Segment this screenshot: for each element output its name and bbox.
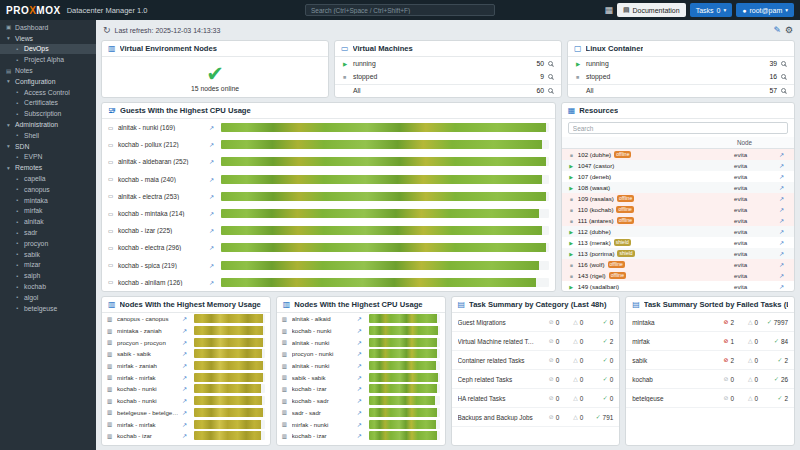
sidebar-item[interactable]: ▾ SDN	[0, 141, 96, 152]
magnifier-icon[interactable]	[548, 74, 553, 79]
sidebar-item[interactable]: ▪ mirfak	[0, 206, 96, 217]
open-node-icon[interactable]: ↗	[182, 339, 191, 346]
error-count[interactable]: ⊘0	[535, 395, 559, 402]
open-node-icon[interactable]: ↗	[357, 432, 366, 439]
error-count[interactable]: ⊘0	[710, 376, 734, 383]
sidebar-item[interactable]: ▪ alnitak	[0, 216, 96, 227]
sidebar-item[interactable]: ▪ sadr	[0, 227, 96, 238]
open-node-icon[interactable]: ↗	[357, 315, 366, 322]
sidebar-item[interactable]: ▪ Certificates	[0, 98, 96, 109]
open-node-icon[interactable]: ↗	[357, 350, 366, 357]
open-guest-icon[interactable]: ↗	[209, 227, 218, 234]
open-guest-icon[interactable]: ↗	[209, 210, 218, 217]
error-count[interactable]: ⊘0	[535, 357, 559, 364]
resource-row[interactable]: ▶ 113 (porrima)shield evita ↗	[562, 248, 794, 259]
apps-icon[interactable]: ▦	[604, 5, 613, 15]
sidebar-item[interactable]: ▪ Project Alpha	[0, 54, 96, 65]
sidebar-item[interactable]: ▪ kochab	[0, 281, 96, 292]
open-resource-icon[interactable]: ↗	[779, 151, 788, 158]
error-count[interactable]: ⊘0	[710, 395, 734, 402]
sidebar-item[interactable]: ▾ Remotes	[0, 162, 96, 173]
refresh-icon[interactable]: ↻	[103, 25, 111, 35]
ok-count[interactable]: ✓2	[758, 395, 788, 402]
ok-count[interactable]: ✓7997	[758, 319, 788, 326]
error-count[interactable]: ⊘2	[710, 357, 734, 364]
open-node-icon[interactable]: ↗	[357, 327, 366, 334]
warning-count[interactable]: △0	[559, 414, 583, 421]
sidebar-item[interactable]: ▪ saiph	[0, 270, 96, 281]
warning-count[interactable]: △0	[559, 395, 583, 402]
open-node-icon[interactable]: ↗	[182, 350, 191, 357]
documentation-button[interactable]: ▤ Documentation	[617, 3, 686, 17]
error-count[interactable]: ⊘0	[535, 338, 559, 345]
open-resource-icon[interactable]: ↗	[779, 195, 788, 202]
open-guest-icon[interactable]: ↗	[209, 279, 218, 286]
resource-row[interactable]: ▶ 1047 (castor) evita ↗	[562, 160, 794, 171]
magnifier-icon[interactable]	[781, 74, 786, 79]
open-resource-icon[interactable]: ↗	[779, 250, 788, 257]
ok-count[interactable]: ✓0	[583, 376, 613, 383]
sidebar-item[interactable]: ▪ algol	[0, 292, 96, 303]
error-count[interactable]: ⊘0	[535, 376, 559, 383]
magnifier-icon[interactable]	[781, 88, 786, 93]
user-menu-button[interactable]: ● root@pam ▾	[736, 3, 794, 17]
sidebar-item[interactable]: ▪ capella	[0, 173, 96, 184]
open-node-icon[interactable]: ↗	[182, 432, 191, 439]
warning-count[interactable]: △0	[734, 395, 758, 402]
ok-count[interactable]: ✓0	[583, 319, 613, 326]
sidebar-item[interactable]: ▪ procyon	[0, 238, 96, 249]
open-node-icon[interactable]: ↗	[182, 421, 191, 428]
open-node-icon[interactable]: ↗	[182, 409, 191, 416]
tasks-button[interactable]: Tasks0 ▾	[690, 3, 733, 17]
ok-count[interactable]: ✓2	[583, 338, 613, 345]
sidebar-item[interactable]: ▪ EVPN	[0, 152, 96, 163]
warning-count[interactable]: △0	[734, 376, 758, 383]
open-node-icon[interactable]: ↗	[182, 327, 191, 334]
magnifier-icon[interactable]	[781, 61, 786, 66]
warning-count[interactable]: △0	[734, 319, 758, 326]
sidebar-item[interactable]: ▾ Views	[0, 33, 96, 44]
open-node-icon[interactable]: ↗	[357, 374, 366, 381]
resource-row[interactable]: ▶ 107 (deneb) evita ↗	[562, 171, 794, 182]
open-node-icon[interactable]: ↗	[182, 374, 191, 381]
resource-row[interactable]: ■ 111 (antares)offline evita ↗	[562, 215, 794, 226]
ok-count[interactable]: ✓26	[758, 376, 788, 383]
global-search-input[interactable]	[305, 4, 495, 16]
open-guest-icon[interactable]: ↗	[209, 244, 218, 251]
open-resource-icon[interactable]: ↗	[779, 239, 788, 246]
sidebar-item[interactable]: ▪ mintaka	[0, 195, 96, 206]
open-node-icon[interactable]: ↗	[357, 385, 366, 392]
warning-count[interactable]: △0	[559, 357, 583, 364]
open-resource-icon[interactable]: ↗	[779, 228, 788, 235]
open-node-icon[interactable]: ↗	[357, 397, 366, 404]
resource-row[interactable]: ▶ 112 (dubhe) evita ↗	[562, 226, 794, 237]
sidebar-item[interactable]: ▤ Notes	[0, 65, 96, 76]
resource-row[interactable]: ▶ 108 (wasat) evita ↗	[562, 182, 794, 193]
open-node-icon[interactable]: ↗	[357, 362, 366, 369]
open-node-icon[interactable]: ↗	[182, 362, 191, 369]
sidebar-item[interactable]: ▣ Dashboard	[0, 22, 96, 33]
resources-search-input[interactable]	[568, 122, 788, 134]
sidebar-item[interactable]: ▪ betelgeuse	[0, 303, 96, 314]
edit-dashboard-icon[interactable]: ✎	[773, 25, 781, 35]
warning-count[interactable]: △0	[734, 357, 758, 364]
open-resource-icon[interactable]: ↗	[779, 283, 788, 290]
warning-count[interactable]: △0	[559, 319, 583, 326]
dashboard-settings-icon[interactable]: ⚙	[785, 25, 793, 35]
open-node-icon[interactable]: ↗	[357, 339, 366, 346]
resource-row[interactable]: ▶ 149 (sadalbari) evita ↗	[562, 281, 794, 291]
open-guest-icon[interactable]: ↗	[209, 193, 218, 200]
open-resource-icon[interactable]: ↗	[779, 272, 788, 279]
open-resource-icon[interactable]: ↗	[779, 173, 788, 180]
sidebar-item[interactable]: ▾ Configuration	[0, 76, 96, 87]
error-count[interactable]: ⊘0	[535, 319, 559, 326]
open-node-icon[interactable]: ↗	[357, 421, 366, 428]
open-resource-icon[interactable]: ↗	[779, 217, 788, 224]
open-guest-icon[interactable]: ↗	[209, 141, 218, 148]
open-resource-icon[interactable]: ↗	[779, 162, 788, 169]
open-node-icon[interactable]: ↗	[182, 315, 191, 322]
sidebar-item[interactable]: ▪ Subscription	[0, 108, 96, 119]
open-node-icon[interactable]: ↗	[182, 385, 191, 392]
open-node-icon[interactable]: ↗	[182, 397, 191, 404]
resource-row[interactable]: ▶ 113 (merak)shield evita ↗	[562, 237, 794, 248]
